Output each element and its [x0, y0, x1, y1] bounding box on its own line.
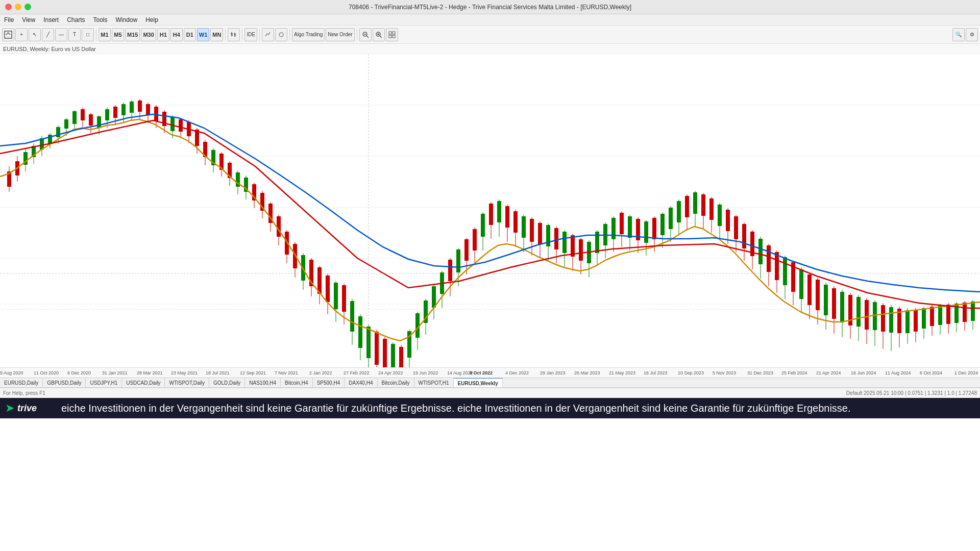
svg-rect-17 — [389, 35, 391, 38]
tab-usdcad-daily[interactable]: USDCAD,Daily — [122, 378, 165, 388]
menu-tools[interactable]: Tools — [93, 16, 108, 23]
toolbar: + ↖ ╱ — T □ M1 M5 M15 M30 H1 H4 D1 W1 MN… — [0, 26, 980, 44]
tf-m5[interactable]: M5 — [112, 28, 124, 41]
maximize-button[interactable] — [24, 4, 31, 10]
tab-gbpusd-daily[interactable]: GBPUSD,Daily — [43, 378, 86, 388]
chart-type-button[interactable] — [228, 28, 240, 41]
svg-rect-255 — [938, 306, 942, 325]
xaxis-label: 23 May 2021 — [171, 370, 198, 375]
tf-m30[interactable]: M30 — [141, 28, 156, 41]
xaxis-label: 6 Oct 2024 — [920, 370, 942, 375]
ide-button[interactable]: IDE — [244, 28, 257, 41]
hline-tool-button[interactable]: — — [55, 28, 67, 41]
tab-eurusd-daily[interactable]: EURUSD,Daily — [0, 378, 43, 388]
xaxis-label: 11 Oct 2020 — [34, 370, 59, 375]
settings-button[interactable]: ⚙ — [966, 28, 978, 41]
svg-rect-235 — [856, 297, 861, 327]
svg-rect-243 — [889, 307, 893, 333]
svg-rect-203 — [726, 210, 730, 231]
chart-svg — [0, 54, 980, 367]
tab-wtispot-h1[interactable]: WTISPOT,H1 — [414, 378, 454, 388]
objects-button[interactable] — [275, 28, 287, 41]
new-order-button[interactable]: New Order — [326, 28, 354, 41]
zoom-in-button[interactable] — [373, 28, 385, 41]
svg-rect-119 — [383, 339, 387, 367]
svg-rect-261 — [963, 303, 967, 322]
tab-nas100-h4[interactable]: NAS100,H4 — [245, 378, 281, 388]
svg-rect-201 — [718, 205, 722, 226]
crosshair-button[interactable]: + — [15, 28, 28, 41]
xaxis-label: 1 Dec 2024 — [954, 370, 978, 375]
svg-rect-211 — [758, 239, 763, 264]
trive-arrow-icon: ➤ — [5, 402, 14, 415]
svg-rect-69 — [179, 119, 183, 132]
xaxis-label: 16 Jul 2023 — [644, 370, 668, 375]
titlebar: 708406 - TriveFinancial-MT5Live-2 - Hedg… — [0, 0, 980, 14]
svg-rect-177 — [620, 213, 624, 234]
svg-rect-185 — [652, 218, 656, 239]
tf-h4[interactable]: H4 — [170, 28, 183, 41]
algo-trading-button[interactable]: Algo Trading — [292, 28, 325, 41]
tab-sp500-h4[interactable]: SP500,H4 — [313, 378, 345, 388]
bottom-tabs: EURUSD,Daily GBPUSD,Daily USDJPY,H1 USDC… — [0, 378, 980, 388]
menu-charts[interactable]: Charts — [67, 16, 85, 23]
sep3 — [242, 29, 242, 41]
xaxis-label: 31 Jan 2021 — [102, 370, 128, 375]
svg-rect-189 — [669, 208, 673, 229]
indicators-button[interactable] — [262, 28, 274, 41]
svg-rect-151 — [513, 211, 518, 233]
xaxis-label: 26 Mar 2023 — [574, 370, 600, 375]
menu-insert[interactable]: Insert — [43, 16, 59, 23]
zoom-out-button[interactable] — [359, 28, 372, 41]
svg-rect-227 — [824, 285, 828, 315]
menu-file[interactable]: File — [4, 16, 14, 23]
rectangle-tool-button[interactable]: □ — [82, 28, 94, 41]
xaxis-label: 25 Feb 2024 — [781, 370, 807, 375]
search-button[interactable]: 🔍 — [952, 28, 965, 41]
svg-rect-187 — [660, 214, 665, 235]
svg-rect-111 — [350, 301, 354, 332]
menu-window[interactable]: Window — [116, 16, 138, 23]
tab-wtispot-daily[interactable]: WTISPOT,Daily — [165, 378, 209, 388]
xaxis-label: 14 Aug 2022 — [447, 370, 473, 375]
xaxis-label: 28 Mar 2021 — [137, 370, 163, 375]
svg-rect-18 — [393, 35, 395, 38]
svg-rect-225 — [816, 280, 820, 310]
chart-label: EURUSD, Weekly: Euro vs US Dollar — [0, 44, 980, 54]
tab-dax40-h4[interactable]: DAX40,H4 — [345, 378, 377, 388]
tab-bitcoin-h4[interactable]: Bitcoin,H4 — [281, 378, 313, 388]
xaxis-label: 21 Apr 2024 — [816, 370, 841, 375]
menu-help[interactable]: Help — [145, 16, 158, 23]
tf-mn[interactable]: MN — [210, 28, 223, 41]
arrow-tool-button[interactable]: ↖ — [29, 28, 41, 41]
tab-usdjpy-h1[interactable]: USDJPY,H1 — [86, 378, 122, 388]
tf-m15[interactable]: M15 — [125, 28, 140, 41]
statusbar: For Help, press F1 Default 2025.05.21 10… — [0, 388, 980, 398]
svg-rect-121 — [391, 344, 395, 367]
new-chart-button[interactable] — [2, 28, 14, 41]
svg-rect-197 — [701, 194, 705, 216]
xaxis-label: 16 Jun 2024 — [851, 370, 876, 375]
line-tool-button[interactable]: ╱ — [42, 28, 54, 41]
minimize-button[interactable] — [15, 4, 21, 10]
svg-rect-93 — [277, 216, 281, 237]
svg-rect-205 — [734, 216, 738, 239]
svg-rect-241 — [881, 305, 885, 332]
statusbar-info: Default 2025.05.21 10:00 | 0.0751 | 1.32… — [846, 390, 977, 396]
tf-d1[interactable]: D1 — [184, 28, 196, 41]
close-button[interactable] — [5, 4, 12, 10]
text-tool-button[interactable]: T — [68, 28, 81, 41]
svg-rect-67 — [170, 117, 175, 131]
xaxis-label: 11 Aug 2024 — [885, 370, 911, 375]
tf-m1[interactable]: M1 — [99, 28, 111, 41]
tab-gold-daily[interactable]: GOLD,Daily — [209, 378, 245, 388]
tab-eurusd-weekly[interactable]: EURUSD,Weekly — [454, 378, 503, 388]
svg-rect-199 — [709, 198, 714, 220]
grid-button[interactable] — [386, 28, 398, 41]
xaxis-label: 12 Sep 2021 — [240, 370, 266, 375]
tf-h1[interactable]: H1 — [157, 28, 169, 41]
tf-w1[interactable]: W1 — [197, 28, 210, 41]
tab-bitcoin-daily[interactable]: Bitcoin,Daily — [378, 378, 414, 388]
chart-area[interactable] — [0, 54, 980, 367]
menu-view[interactable]: View — [22, 16, 35, 23]
